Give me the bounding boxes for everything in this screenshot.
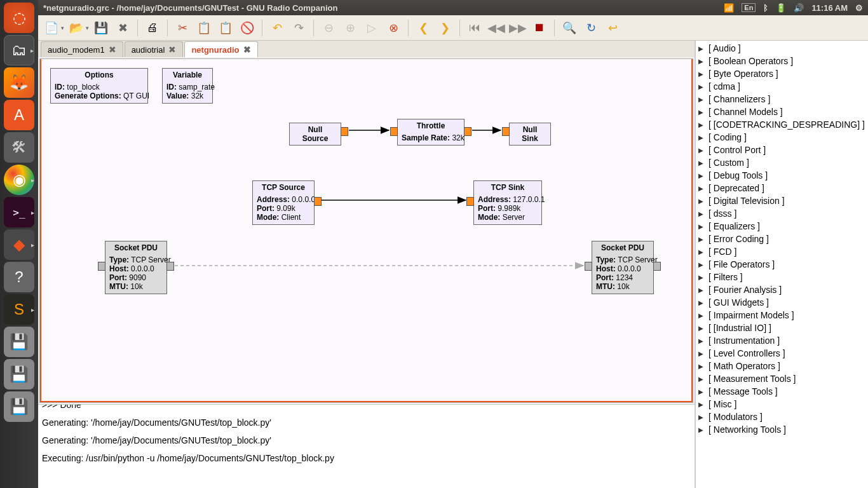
block-socket-pdu-1[interactable]: Socket PDU Type: TCP Server Host: 0.0.0.… <box>105 241 167 294</box>
block-tcp-sink[interactable]: TCP Sink Address: 127.0.0.1 Port: 9.989k… <box>473 180 542 225</box>
tree-item[interactable]: ▶[ Channelizers ] <box>696 93 868 105</box>
tree-item[interactable]: ▶[ Custom ] <box>696 156 868 169</box>
print-icon[interactable]: 🖨 <box>143 18 162 37</box>
software-center-icon[interactable]: A <box>4 100 34 130</box>
tree-item[interactable]: ▶[ Math Operators ] <box>696 360 868 372</box>
cut-icon[interactable]: ✂ <box>173 18 192 37</box>
tree-item[interactable]: ▶[ Level Controllers ] <box>696 347 868 360</box>
tab-close-icon[interactable]: ✖ <box>168 44 176 55</box>
reload-blocks-icon[interactable]: ↩ <box>603 18 622 37</box>
help-icon[interactable]: ? <box>4 262 34 292</box>
tree-item[interactable]: ▶[ Error Coding ] <box>696 233 868 245</box>
record-icon[interactable]: ⏹ <box>530 18 549 37</box>
step-fwd-icon[interactable]: ▶▶ <box>508 18 527 37</box>
tree-item[interactable]: ▶[ Networking Tools ] <box>696 423 868 436</box>
close-icon[interactable]: ✖ <box>113 18 132 37</box>
tree-item[interactable]: ▶[ FCD ] <box>696 245 868 258</box>
block-null-sink[interactable]: Null Sink <box>509 123 551 146</box>
tree-item[interactable]: ▶[ Debug Tools ] <box>696 169 868 182</box>
expand-icon: ▶ <box>698 109 706 116</box>
paste-icon[interactable]: 📋 <box>216 18 235 37</box>
tree-label: [ Level Controllers ] <box>709 348 785 358</box>
tab-netgnuradio[interactable]: netgnuradio✖ <box>184 41 257 57</box>
tab-close-icon[interactable]: ✖ <box>243 44 251 55</box>
files-icon[interactable]: 🗂▸ <box>4 35 34 65</box>
copy-icon[interactable]: 📋 <box>194 18 214 37</box>
tree-item[interactable]: ▶[ File Operators ] <box>696 258 868 271</box>
tree-item[interactable]: ▶[ cdma ] <box>696 80 868 93</box>
flowgraph-canvas[interactable]: Options ID: top_block Generate Options: … <box>39 58 693 403</box>
tree-label: [ Deprecated ] <box>709 183 764 193</box>
enable-block-icon[interactable]: ⊕ <box>341 18 360 37</box>
step-back-icon[interactable]: ◀◀ <box>487 18 506 37</box>
tree-item[interactable]: ▶[ Modulators ] <box>696 410 868 423</box>
tree-label: [ Networking Tools ] <box>709 424 786 435</box>
wifi-icon[interactable]: 📶 <box>724 3 734 13</box>
block-tcp-source[interactable]: TCP Source Address: 0.0.0.0 Port: 9.09k … <box>252 180 315 225</box>
tree-item[interactable]: ▶[ Channel Models ] <box>696 105 868 118</box>
execute-icon[interactable]: ▷ <box>362 18 381 37</box>
delete-icon[interactable]: 🚫 <box>238 18 257 37</box>
tree-item[interactable]: ▶[ Audio ] <box>696 42 868 55</box>
tree-item[interactable]: ▶[ Boolean Operators ] <box>696 55 868 67</box>
tree-item[interactable]: ▶[ Equalizers ] <box>696 220 868 233</box>
terminal-icon[interactable]: >_▸ <box>4 197 34 227</box>
lang-indicator[interactable]: En <box>742 3 756 12</box>
volume-icon[interactable]: 🔊 <box>794 3 804 13</box>
block-options[interactable]: Options ID: top_block Generate Options: … <box>50 68 148 104</box>
tree-item[interactable]: ▶[ Digital Television ] <box>696 194 868 207</box>
sublime-icon[interactable]: S▸ <box>4 294 34 325</box>
open-icon[interactable]: 📂 <box>67 18 86 37</box>
settings-icon[interactable]: 🛠 <box>4 132 34 163</box>
block-throttle[interactable]: Throttle Sample Rate: 32k <box>397 119 465 146</box>
block-socket-pdu-2[interactable]: Socket PDU Type: TCP Server Host: 0.0.0.… <box>592 241 654 294</box>
tree-label: [ dsss ] <box>709 208 736 219</box>
block-variable[interactable]: Variable ID: samp_rate Value: 32k <box>162 68 213 104</box>
skip-back-icon[interactable]: ⏮ <box>465 18 484 37</box>
tree-item[interactable]: ▶[ Message Tools ] <box>696 385 868 398</box>
chrome-icon[interactable]: ◉▸ <box>4 165 34 195</box>
block-tree[interactable]: ▶[ Audio ]▶[ Boolean Operators ]▶[ Byte … <box>695 41 868 488</box>
drive1-icon[interactable]: 💾 <box>4 327 34 357</box>
block-null-source[interactable]: Null Source <box>289 123 341 146</box>
tree-item[interactable]: ▶[ Filters ] <box>696 271 868 283</box>
tree-item[interactable]: ▶[ Byte Operators ] <box>696 67 868 80</box>
battery-icon[interactable]: 🔋 <box>776 3 786 13</box>
tree-item[interactable]: ▶[ Coding ] <box>696 131 868 144</box>
search-icon[interactable]: 🔍 <box>560 18 579 37</box>
ubuntu-dash-icon[interactable]: ◌ <box>4 3 34 33</box>
tree-item[interactable]: ▶[ Fourier Analysis ] <box>696 283 868 296</box>
tab-audiotrial[interactable]: audiotrial✖ <box>125 41 184 57</box>
tree-item[interactable]: ▶[ [Industrial IO] ] <box>696 322 868 334</box>
firefox-icon[interactable]: 🦊 <box>4 67 34 98</box>
tree-item[interactable]: ▶[ GUI Widgets ] <box>696 296 868 309</box>
tree-item[interactable]: ▶[ Instrumentation ] <box>696 334 868 347</box>
prev-icon[interactable]: ❮ <box>414 18 433 37</box>
redo-icon[interactable]: ↷ <box>289 18 308 37</box>
tree-item[interactable]: ▶[ Impairment Models ] <box>696 309 868 322</box>
bluetooth-icon[interactable]: ᛒ <box>763 3 768 13</box>
tab-close-icon[interactable]: ✖ <box>109 44 116 55</box>
next-icon[interactable]: ❯ <box>435 18 454 37</box>
tree-item[interactable]: ▶[ Deprecated ] <box>696 182 868 194</box>
tree-item[interactable]: ▶[ Misc ] <box>696 398 868 410</box>
tree-item[interactable]: ▶[ [CODETRACKING_DESPREADING] ] <box>696 118 868 131</box>
expand-icon: ▶ <box>698 401 706 408</box>
dev-icon[interactable]: ◆▸ <box>4 229 34 260</box>
clock[interactable]: 11:16 AM <box>811 3 848 13</box>
new-icon[interactable]: 📄 <box>42 18 61 37</box>
disable-block-icon[interactable]: ⊖ <box>319 18 338 37</box>
gear-icon[interactable]: ⚙ <box>855 3 863 13</box>
console: >>> Done Generating: '/home/jay/Document… <box>38 404 695 488</box>
tab-audio-modem1[interactable]: audio_modem1✖ <box>41 41 123 57</box>
tree-item[interactable]: ▶[ Control Port ] <box>696 144 868 156</box>
tree-label: [ [CODETRACKING_DESPREADING] ] <box>709 119 865 130</box>
drive2-icon[interactable]: 💾 <box>4 359 34 390</box>
undo-icon[interactable]: ↶ <box>268 18 287 37</box>
stop-icon[interactable]: ⊗ <box>384 18 403 37</box>
tree-item[interactable]: ▶[ dsss ] <box>696 207 868 220</box>
drive3-icon[interactable]: 💾 <box>4 391 34 422</box>
tree-item[interactable]: ▶[ Measurement Tools ] <box>696 372 868 385</box>
save-icon[interactable]: 💾 <box>92 18 111 37</box>
reload-icon[interactable]: ↻ <box>581 18 600 37</box>
